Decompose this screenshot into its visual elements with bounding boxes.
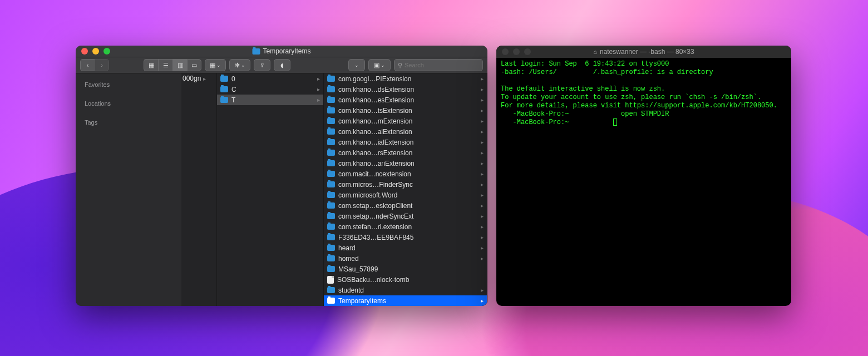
parent-folder[interactable]: 000gn ▸ xyxy=(181,73,207,83)
item-label: com.khano…ariExtension xyxy=(338,160,477,167)
list-item[interactable]: com.micros…FinderSync▸ xyxy=(324,179,487,190)
sidebar-locations[interactable]: Locations xyxy=(76,97,181,110)
folder-icon xyxy=(327,224,335,230)
list-item[interactable]: SOSBacku…nlock-tomb xyxy=(324,274,487,285)
chevron-right-icon: ▸ xyxy=(481,118,484,124)
list-item[interactable]: com.khano…mExtension▸ xyxy=(324,116,487,126)
dropdown-button[interactable]: ⌄ xyxy=(348,59,365,71)
list-item[interactable]: com.khano…alExtension▸ xyxy=(324,126,487,137)
list-item[interactable]: com.khano…ariExtension▸ xyxy=(324,158,487,169)
item-label: com.micros…FinderSync xyxy=(338,181,477,189)
list-item[interactable]: TemporaryItems▸ xyxy=(324,295,487,306)
gallery-view-button[interactable]: ▭ xyxy=(187,59,201,71)
item-label: com.khano…esExtension xyxy=(338,96,477,104)
item-label: com.macit…ncextension xyxy=(338,170,477,178)
cursor xyxy=(613,118,617,126)
item-label: com.setap…nderSyncExt xyxy=(338,212,477,220)
list-item[interactable]: MSau_57899 xyxy=(324,264,487,274)
zoom-button[interactable] xyxy=(103,48,110,55)
window-title: TemporaryItems xyxy=(252,47,310,55)
column-view-button[interactable]: ▥ xyxy=(172,59,187,71)
search-box[interactable]: ⚲ xyxy=(394,59,483,71)
item-label: com.stefan…ri.extension xyxy=(338,223,477,231)
list-item[interactable]: com.khano…ialExtension▸ xyxy=(324,137,487,147)
folder-icon xyxy=(327,255,335,261)
sidebar-favorites[interactable]: Favorites xyxy=(76,78,181,91)
forward-button[interactable]: › xyxy=(95,59,109,71)
list-item[interactable]: com.macit…ncextension▸ xyxy=(324,169,487,179)
chevron-right-icon: ▸ xyxy=(481,150,484,156)
folder-icon xyxy=(327,245,335,251)
list-item[interactable]: heard▸ xyxy=(324,243,487,253)
back-button[interactable]: ‹ xyxy=(80,59,95,71)
arrange-button[interactable]: ▦ ⌄ xyxy=(205,59,226,71)
list-item[interactable]: com.microsoft.Word▸ xyxy=(324,190,487,200)
search-icon: ⚲ xyxy=(398,62,402,69)
tags-button[interactable]: ◖ xyxy=(274,59,290,71)
sidebar-tags[interactable]: Tags xyxy=(76,116,181,129)
finder-toolbar: ‹ › ▦ ☰ ▥ ▭ ▦ ⌄ ✻ ⌄ ⇪ ◖ ⌄ ▣ ⌄ ⚲ xyxy=(76,57,487,73)
list-item[interactable]: C▸ xyxy=(217,84,323,95)
chevron-right-icon: ▸ xyxy=(317,76,320,82)
folder-icon xyxy=(327,298,335,304)
item-label: TemporaryItems xyxy=(338,297,477,305)
folder-icon xyxy=(327,86,335,92)
list-item[interactable]: 0▸ xyxy=(217,73,323,84)
item-label: heard xyxy=(338,244,477,252)
list-item[interactable]: com.khano…rsExtension▸ xyxy=(324,147,487,158)
close-button[interactable] xyxy=(502,48,509,55)
folder-icon xyxy=(252,48,260,55)
folder-label: C xyxy=(231,86,314,93)
item-label: com.khano…dsExtension xyxy=(338,86,477,93)
close-button[interactable] xyxy=(81,48,88,55)
list-item[interactable]: com.setap…esktopClient▸ xyxy=(324,200,487,211)
list-item[interactable]: com.khano…esExtension▸ xyxy=(324,95,487,105)
item-label: homed xyxy=(338,255,477,263)
list-item[interactable]: com.khano…dsExtension▸ xyxy=(324,84,487,95)
folder-icon xyxy=(327,118,335,124)
folder-icon xyxy=(327,128,335,135)
view-mode-group: ▦ ☰ ▥ ▭ xyxy=(144,59,201,71)
path-button[interactable]: ▣ ⌄ xyxy=(368,59,391,71)
terminal-body[interactable]: Last login: Sun Sep 6 19:43:22 on ttys00… xyxy=(496,58,791,306)
folder-icon xyxy=(220,76,228,82)
search-input[interactable] xyxy=(405,62,481,68)
item-label: com.khano…mExtension xyxy=(338,117,477,125)
action-button[interactable]: ✻ ⌄ xyxy=(229,59,250,71)
terminal-titlebar[interactable]: ⌂ nateswanner — -bash — 80×33 xyxy=(496,46,791,58)
item-label: MSau_57899 xyxy=(338,265,484,273)
chevron-right-icon: ▸ xyxy=(481,255,484,261)
list-item[interactable]: T▸ xyxy=(217,95,323,105)
list-item[interactable]: homed▸ xyxy=(324,253,487,264)
folder-icon xyxy=(327,266,335,272)
folder-icon xyxy=(220,86,228,92)
list-item[interactable]: com.setap…nderSyncExt▸ xyxy=(324,211,487,221)
item-label: com.microsoft.Word xyxy=(338,191,477,199)
list-view-button[interactable]: ☰ xyxy=(158,59,172,71)
chevron-right-icon: ▸ xyxy=(481,192,484,198)
folder-icon xyxy=(327,171,335,177)
list-item[interactable]: com.khano…tsExtension▸ xyxy=(324,105,487,116)
minimize-button[interactable] xyxy=(92,48,99,55)
folder-icon xyxy=(327,287,335,293)
chevron-right-icon: ▸ xyxy=(481,160,484,166)
zoom-button[interactable] xyxy=(524,48,531,55)
folder-icon xyxy=(327,234,335,240)
chevron-right-icon: ▸ xyxy=(481,245,484,251)
list-item[interactable]: com.googl…PIExtension▸ xyxy=(324,73,487,84)
chevron-right-icon: ▸ xyxy=(481,181,484,187)
finder-sidebar: Favorites Locations Tags xyxy=(76,73,181,306)
item-label: com.setap…esktopClient xyxy=(338,202,477,210)
minimize-button[interactable] xyxy=(513,48,520,55)
share-button[interactable]: ⇪ xyxy=(254,59,270,71)
list-item[interactable]: studentd▸ xyxy=(324,285,487,295)
chevron-right-icon: ▸ xyxy=(481,97,484,103)
icon-view-button[interactable]: ▦ xyxy=(144,59,158,71)
list-item[interactable]: com.stefan…ri.extension▸ xyxy=(324,221,487,232)
item-label: F336ED43…EE9BAF845 xyxy=(338,234,477,241)
folder-icon xyxy=(327,213,335,219)
folder-icon xyxy=(327,181,335,187)
chevron-right-icon: ▸ xyxy=(481,224,484,230)
finder-titlebar[interactable]: TemporaryItems xyxy=(76,46,487,57)
list-item[interactable]: F336ED43…EE9BAF845▸ xyxy=(324,232,487,243)
